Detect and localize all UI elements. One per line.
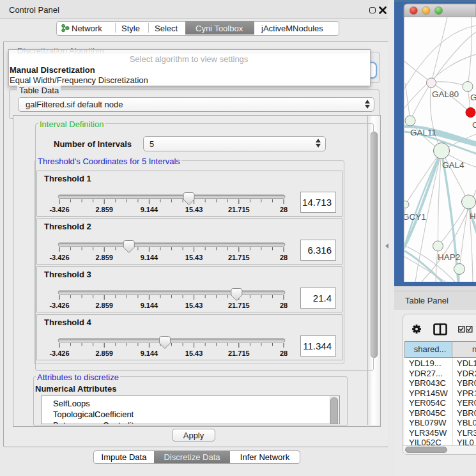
svg-text:28: 28 — [280, 254, 288, 261]
svg-text:-3.426: -3.426 — [49, 349, 69, 357]
svg-text:-3.426: -3.426 — [49, 206, 69, 213]
svg-text:2.859: 2.859 — [95, 254, 113, 261]
svg-text:28: 28 — [280, 206, 288, 213]
svg-text:2.859: 2.859 — [95, 302, 113, 309]
svg-text:GAL80: GAL80 — [432, 89, 459, 99]
svg-text:21.715: 21.715 — [228, 206, 250, 213]
svg-text:21.715: 21.715 — [228, 302, 250, 309]
svg-text:28: 28 — [280, 349, 288, 357]
svg-text:9.144: 9.144 — [141, 206, 158, 213]
svg-text:28: 28 — [280, 302, 288, 309]
svg-text:HAP2: HAP2 — [438, 252, 460, 262]
svg-text:15.43: 15.43 — [185, 349, 203, 357]
svg-text:C: C — [472, 120, 476, 130]
svg-text:2.859: 2.859 — [95, 349, 113, 357]
svg-text:9.144: 9.144 — [141, 349, 158, 357]
svg-text:GA: GA — [470, 93, 476, 102]
svg-text:-3.426: -3.426 — [49, 254, 69, 261]
svg-text:GCY1: GCY1 — [403, 212, 426, 222]
svg-text:GAL4: GAL4 — [442, 160, 464, 170]
svg-text:9.144: 9.144 — [141, 254, 158, 261]
svg-text:2.859: 2.859 — [95, 206, 113, 213]
svg-text:9.144: 9.144 — [141, 302, 158, 309]
svg-text:15.43: 15.43 — [185, 254, 203, 261]
svg-text:21.715: 21.715 — [228, 254, 250, 261]
svg-text:H: H — [470, 211, 476, 221]
svg-text:-3.426: -3.426 — [49, 302, 69, 309]
svg-text:21.715: 21.715 — [228, 349, 250, 357]
svg-text:GAL11: GAL11 — [410, 128, 436, 137]
svg-text:15.43: 15.43 — [185, 206, 203, 213]
svg-text:15.43: 15.43 — [185, 302, 203, 309]
